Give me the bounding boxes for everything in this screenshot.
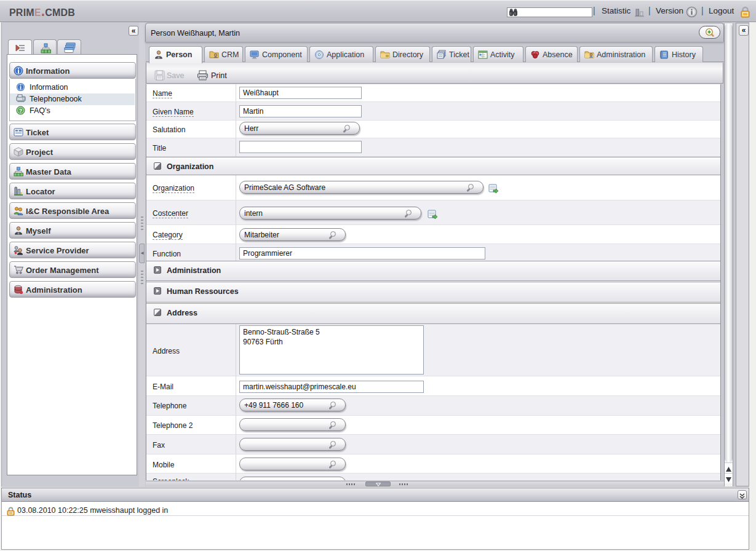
svg-text:?: ? xyxy=(19,108,22,114)
